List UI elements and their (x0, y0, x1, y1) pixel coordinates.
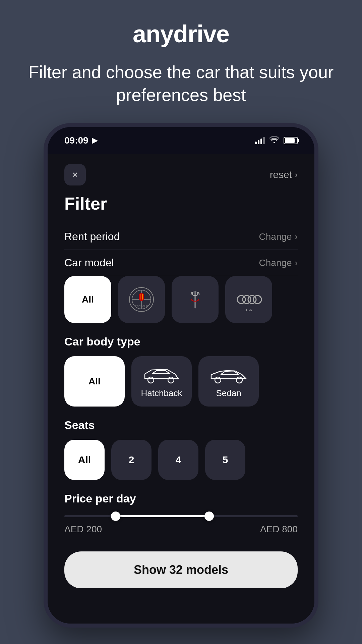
car-model-action[interactable]: Change › (259, 258, 298, 268)
car-model-label: Car model (64, 257, 114, 269)
reset-chevron-icon: › (295, 170, 298, 180)
seat-chip-4[interactable]: 4 (158, 440, 198, 480)
seat-chip-5[interactable]: 5 (205, 440, 245, 480)
body-type-section-title: Car body type (64, 335, 298, 348)
brand-chip-maserati[interactable] (172, 276, 219, 323)
hatchback-label: Hatchback (141, 388, 182, 398)
seat-chip-all[interactable]: All (64, 440, 105, 480)
price-range-bar[interactable] (64, 515, 298, 517)
body-chip-sedan[interactable]: Sedan (198, 356, 259, 407)
rent-period-label: Rent period (64, 230, 120, 243)
battery-icon (284, 137, 298, 144)
brand-chip-porsche[interactable]: PORSCHE (118, 276, 165, 323)
sedan-icon (208, 365, 249, 385)
price-range-fill (116, 515, 209, 517)
body-chip-hatchback[interactable]: Hatchback (131, 356, 192, 407)
filter-header: × reset › (64, 164, 298, 185)
brand-all-label: All (82, 294, 94, 305)
filter-title: Filter (64, 194, 298, 214)
svg-rect-4 (237, 293, 260, 306)
brands-row: All PORSCHE (64, 276, 298, 323)
price-min-thumb[interactable] (111, 512, 120, 521)
seat-5-label: 5 (223, 454, 228, 466)
screen-content: × reset › Filter Rent period Change › Ca… (48, 154, 314, 624)
close-button[interactable]: × (64, 164, 86, 185)
body-chip-all[interactable]: All (64, 356, 125, 407)
status-icons (255, 136, 298, 145)
svg-text:Audi: Audi (245, 309, 252, 312)
car-model-change: Change (259, 258, 292, 268)
seat-2-label: 2 (129, 454, 134, 466)
svg-point-14 (215, 377, 221, 383)
price-section-title: Price per day (64, 492, 298, 505)
signal-icon (255, 137, 265, 144)
phone-frame: 09:09 ▶ × reset (44, 123, 318, 628)
svg-point-15 (236, 377, 242, 383)
brand-chip-all[interactable]: All (64, 276, 111, 323)
hatchback-icon (141, 365, 182, 385)
wifi-icon (269, 136, 279, 145)
car-model-row[interactable]: Car model Change › (64, 250, 298, 276)
svg-text:PORSCHE: PORSCHE (135, 305, 148, 308)
seat-all-label: All (78, 454, 91, 466)
rent-period-change: Change (259, 231, 292, 242)
time-display: 09:09 (64, 135, 88, 146)
seats-section-title: Seats (64, 419, 298, 432)
porsche-logo-icon: PORSCHE (128, 286, 155, 313)
svg-point-12 (168, 377, 174, 383)
svg-point-11 (148, 377, 154, 383)
price-section: Price per day AED 200 AED 800 (64, 492, 298, 535)
show-models-label: Show 32 models (134, 563, 228, 577)
location-icon: ▶ (92, 136, 98, 145)
audi-logo-icon: Audi (235, 286, 262, 313)
seat-4-label: 4 (176, 454, 181, 466)
price-min-label: AED 200 (64, 524, 102, 535)
reset-button[interactable]: reset › (270, 169, 298, 180)
seat-chip-2[interactable]: 2 (111, 440, 152, 480)
show-button-container: Show 32 models (64, 551, 298, 588)
reset-label: reset (270, 169, 292, 180)
status-bar: 09:09 ▶ (48, 127, 314, 154)
seats-row: All 2 4 5 (64, 440, 298, 480)
rent-period-row[interactable]: Rent period Change › (64, 224, 298, 250)
brand-chip-audi[interactable]: Audi (225, 276, 272, 323)
app-title: anydrive (133, 20, 229, 48)
rent-period-action[interactable]: Change › (259, 231, 298, 242)
app-subtitle: Filter and choose the car that suits you… (0, 61, 362, 106)
body-type-row: All Hatchback (64, 356, 298, 407)
show-models-button[interactable]: Show 32 models (64, 551, 298, 588)
status-time: 09:09 ▶ (64, 135, 98, 146)
car-model-chevron-icon: › (295, 258, 298, 268)
price-max-label: AED 800 (260, 524, 298, 535)
sedan-label: Sedan (216, 388, 241, 398)
maserati-logo-icon (182, 286, 208, 313)
body-all-label: All (88, 376, 101, 387)
rent-period-chevron-icon: › (295, 231, 298, 242)
price-labels: AED 200 AED 800 (64, 524, 298, 535)
price-max-thumb[interactable] (204, 512, 214, 521)
